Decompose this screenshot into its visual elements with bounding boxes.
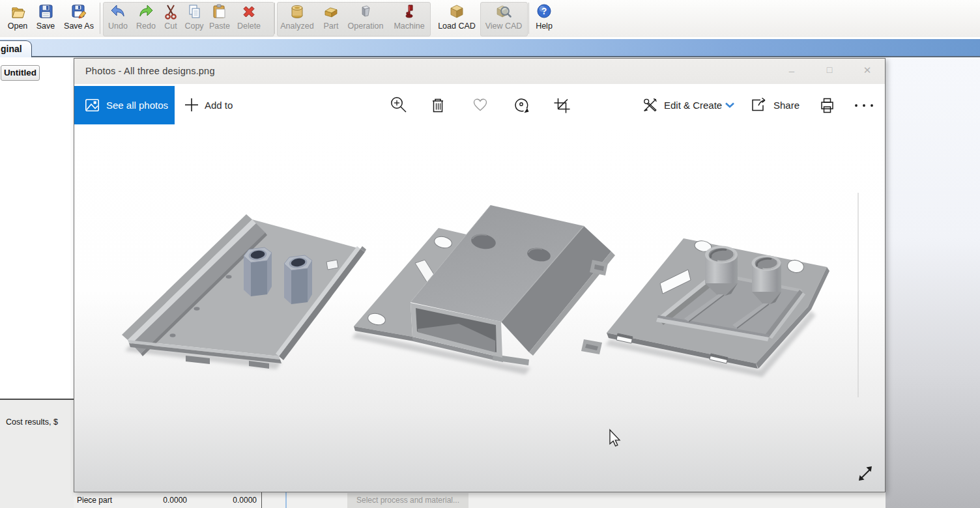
svg-text:Edit & Create: Edit & Create: [664, 100, 722, 111]
svg-text:Add to: Add to: [205, 100, 233, 111]
svg-text:Share: Share: [773, 100, 800, 111]
svg-text:?: ?: [541, 6, 547, 16]
